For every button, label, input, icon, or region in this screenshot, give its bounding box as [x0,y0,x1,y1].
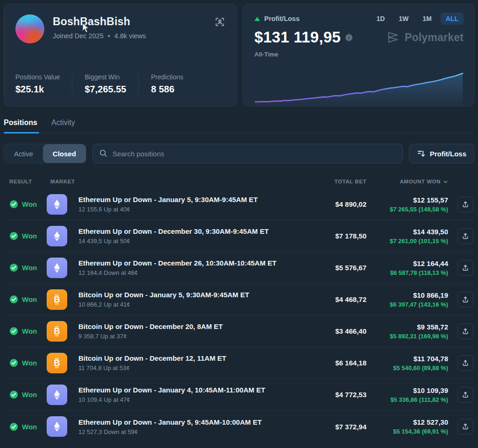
market-subtitle: 10 866,2 Up at 41¢ [78,301,296,308]
profit-loss-chart [254,68,464,106]
position-row[interactable]: Won Ethereum Up or Down - January 5, 9:3… [4,189,474,220]
market-cell[interactable]: Bitcoin Up or Down - December 12, 11AM E… [73,354,296,371]
check-circle-icon [9,200,18,209]
market-cell[interactable]: Ethereum Up or Down - December 26, 10:30… [73,259,296,276]
chevron-down-icon [443,179,448,184]
header-amount-won[interactable]: AMOUNT WON [366,179,448,184]
amount-won-value: $12 527,30 [366,418,448,426]
profit-value: $5 892,31 (169,98 %) [366,333,448,340]
market-title: Ethereum Up or Down - January 5, 9:30AM-… [78,196,296,203]
market-subtitle: 14 439,5 Up at 50¢ [78,238,296,245]
result-cell: Won [4,231,47,240]
header-result: RESULT [4,179,47,184]
market-title: Ethereum Up or Down - January 4, 10:45AM… [78,386,296,394]
position-row[interactable]: Won B Bitcoin Up or Down - December 20, … [4,315,474,347]
share-upload-icon[interactable] [457,419,473,434]
result-cell: Won [4,200,47,209]
total-bet-value: $7 178,50 [296,232,366,240]
profit-value: $5 154,36 (69,91 %) [366,428,448,435]
amount-won-value: $14 439,50 [366,228,448,236]
filter-bar: Active Closed Profit/Loss [4,144,474,163]
profit-loss-label: Profit/Loss [264,15,300,22]
position-row[interactable]: Won B Bitcoin Up or Down - January 5, 9:… [4,284,474,315]
market-cell[interactable]: Ethereum Up or Down - January 5, 9:30AM-… [73,196,296,213]
tab-positions[interactable]: Positions [4,119,37,133]
amount-won-cell: $12 164,44 $6 587,78 (118,13 %) [366,259,448,276]
info-icon[interactable]: i [345,34,352,41]
share-upload-icon[interactable] [457,260,473,276]
stat-label: Predictions [151,73,183,81]
result-label: Won [22,232,37,240]
positions-table: RESULT MARKET TOTAL BET AMOUNT WON Won E… [4,175,474,442]
profit-value: $7 265,55 (148,58 %) [366,206,448,213]
share-upload-icon[interactable] [457,228,473,244]
position-row[interactable]: Won B Bitcoin Up or Down - December 12, … [4,347,474,379]
check-circle-icon [9,358,18,367]
svg-text:B: B [54,326,60,336]
stat-biggest-win: Biggest Win $7,265.55 [72,73,138,95]
joined-date: Joined Dec 2025 [53,32,104,40]
status-segmented-control: Active Closed [4,144,86,163]
market-title: Ethereum Up or Down - December 30, 9:30A… [78,227,296,235]
result-label: Won [22,200,37,208]
ethereum-icon [47,385,67,405]
position-row[interactable]: Won Ethereum Up or Down - January 5, 9:4… [4,411,474,442]
profit-loss-sort-button[interactable]: Profit/Loss [409,144,474,163]
market-cell[interactable]: Ethereum Up or Down - January 4, 10:45AM… [73,386,296,403]
profit-value: $6 397,47 (143,16 %) [366,301,448,308]
svg-text:B: B [54,294,60,304]
header-market: MARKET [47,179,296,184]
share-upload-icon[interactable] [457,196,473,212]
segment-active[interactable]: Active [4,144,43,163]
market-title: Bitcoin Up or Down - January 5, 9:30AM-9… [78,291,296,299]
range-1d[interactable]: 1D [371,13,390,25]
share-upload-icon[interactable] [457,355,473,371]
amount-won-value: $9 358,72 [366,323,448,331]
amount-won-value: $12 164,44 [366,259,448,267]
position-row[interactable]: Won Ethereum Up or Down - December 30, 9… [4,220,474,252]
total-bet-value: $4 890,02 [296,200,366,208]
range-1w[interactable]: 1W [394,13,414,25]
position-row[interactable]: Won Ethereum Up or Down - December 26, 1… [4,252,474,284]
polymarket-watermark: Polymarket [386,30,464,44]
amount-won-value: $10 866,19 [366,291,448,299]
qr-scan-person-icon[interactable] [214,16,225,28]
check-circle-icon [9,390,18,399]
stat-label: Positions Value [15,73,60,81]
search-input[interactable] [92,144,403,163]
profile-page: BoshBashBish Joined Dec 2025 • 4.8k view… [0,0,478,446]
stat-value: $25.1k [15,84,60,95]
range-all[interactable]: ALL [441,13,464,25]
range-1m[interactable]: 1M [417,13,436,25]
result-cell: Won [4,390,47,399]
market-subtitle: 12 164,4 Down at 46¢ [78,269,296,276]
profile-header: BoshBashBish Joined Dec 2025 • 4.8k view… [15,14,225,43]
table-body: Won Ethereum Up or Down - January 5, 9:3… [4,189,474,442]
market-title: Bitcoin Up or Down - December 20, 8AM ET [78,322,296,330]
market-cell[interactable]: Bitcoin Up or Down - December 20, 8AM ET… [73,322,296,340]
market-subtitle: 9 358,7 Up at 37¢ [78,333,296,340]
stat-positions-value: Positions Value $25.1k [15,73,72,95]
market-title: Ethereum Up or Down - December 26, 10:30… [78,259,296,267]
share-upload-icon[interactable] [457,387,473,403]
share-upload-icon[interactable] [457,292,473,308]
market-title: Ethereum Up or Down - January 5, 9:45AM-… [78,418,296,426]
check-circle-icon [9,422,18,431]
sort-button-label: Profit/Loss [430,150,466,158]
views-count: 4.8k views [114,32,146,40]
market-cell[interactable]: Ethereum Up or Down - January 5, 9:45AM-… [73,418,296,435]
position-row[interactable]: Won Ethereum Up or Down - January 4, 10:… [4,379,474,411]
market-cell[interactable]: Bitcoin Up or Down - January 5, 9:30AM-9… [73,291,296,308]
segment-closed[interactable]: Closed [43,144,86,163]
profit-value: $5 540,60 (89,88 %) [366,364,448,371]
market-cell[interactable]: Ethereum Up or Down - December 30, 9:30A… [73,227,296,245]
stat-label: Biggest Win [84,73,126,81]
tab-activity[interactable]: Activity [51,119,75,133]
header-total-bet[interactable]: TOTAL BET [296,179,366,184]
bitcoin-icon: B [47,353,67,373]
avatar [15,14,44,43]
stat-value: 8 586 [151,84,183,95]
polymarket-logo-icon [386,30,400,44]
share-upload-icon[interactable] [457,323,473,339]
sort-descending-icon [417,149,426,158]
